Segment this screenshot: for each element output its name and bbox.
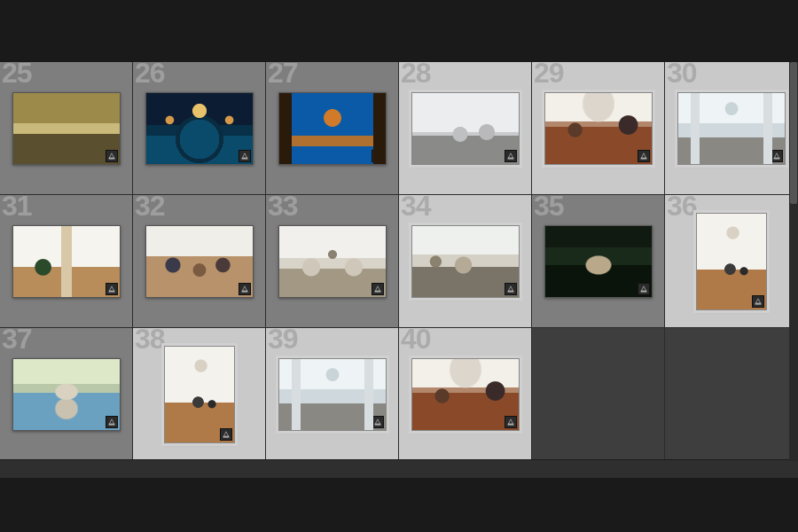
develop-adjust-icon bbox=[106, 416, 118, 428]
photo-thumbnail[interactable] bbox=[12, 225, 121, 298]
develop-adjust-icon bbox=[752, 295, 764, 308]
develop-adjust-icon bbox=[106, 283, 118, 295]
cell-index-label: 29 bbox=[534, 59, 564, 87]
photo-thumbnail[interactable] bbox=[164, 346, 235, 443]
photo-thumbnail[interactable] bbox=[411, 92, 520, 165]
develop-adjust-icon bbox=[372, 416, 384, 428]
develop-adjust-icon bbox=[505, 150, 517, 162]
empty-cell bbox=[532, 328, 665, 461]
photo-thumbnail[interactable] bbox=[278, 225, 387, 298]
svg-rect-13 bbox=[223, 435, 228, 437]
photo-thumbnail[interactable] bbox=[411, 225, 520, 298]
photo-thumbnail[interactable] bbox=[544, 92, 653, 165]
thumbnail-cell[interactable]: 25 bbox=[0, 62, 133, 195]
empty-cell bbox=[665, 328, 798, 461]
thumbnail-cell[interactable]: 37 bbox=[0, 328, 133, 461]
cell-index-label: 27 bbox=[268, 59, 298, 87]
cell-index-label: 36 bbox=[667, 192, 697, 220]
photo-thumbnail[interactable] bbox=[12, 92, 121, 165]
photo-thumbnail[interactable] bbox=[544, 225, 653, 298]
thumbnail-cell[interactable]: 28 bbox=[399, 62, 532, 195]
thumbnail-cell[interactable]: 31 bbox=[0, 195, 133, 328]
cell-index-label: 38 bbox=[135, 325, 165, 353]
develop-adjust-icon bbox=[505, 416, 517, 428]
thumbnail-cell[interactable]: 36 bbox=[665, 195, 798, 328]
cell-index-label: 39 bbox=[268, 325, 298, 353]
photo-thumbnail[interactable] bbox=[677, 92, 786, 165]
thumbnail-cell[interactable]: 40 bbox=[399, 328, 532, 461]
svg-rect-6 bbox=[108, 290, 113, 292]
thumbnail-cell[interactable]: 33 bbox=[266, 195, 399, 328]
svg-rect-7 bbox=[241, 290, 246, 292]
develop-adjust-icon bbox=[638, 283, 650, 295]
photo-thumbnail[interactable] bbox=[145, 225, 254, 298]
cell-index-label: 26 bbox=[135, 59, 165, 87]
svg-rect-1 bbox=[241, 157, 246, 159]
cell-index-label: 28 bbox=[401, 59, 431, 87]
svg-rect-12 bbox=[108, 423, 113, 425]
thumbnail-cell[interactable]: 38 bbox=[133, 328, 266, 461]
cell-index-label: 34 bbox=[401, 192, 431, 220]
thumbnail-cell[interactable]: 29 bbox=[532, 62, 665, 195]
svg-rect-11 bbox=[755, 302, 760, 304]
svg-rect-8 bbox=[374, 290, 379, 292]
svg-rect-9 bbox=[507, 290, 512, 292]
thumbnail-grid[interactable]: 25262728293031323334353637383940 bbox=[0, 62, 798, 461]
cell-index-label: 32 bbox=[135, 192, 165, 220]
svg-rect-0 bbox=[108, 157, 113, 159]
svg-rect-15 bbox=[507, 423, 512, 425]
cell-index-label: 35 bbox=[534, 192, 564, 220]
photo-thumbnail[interactable] bbox=[278, 92, 387, 165]
develop-adjust-icon bbox=[505, 283, 517, 295]
thumbnail-cell[interactable]: 32 bbox=[133, 195, 266, 328]
thumbnail-cell[interactable]: 34 bbox=[399, 195, 532, 328]
cell-index-label: 37 bbox=[2, 325, 32, 353]
develop-adjust-icon bbox=[771, 150, 783, 162]
scrollbar-handle[interactable] bbox=[790, 62, 797, 204]
develop-adjust-icon bbox=[239, 283, 251, 295]
thumbnail-cell[interactable]: 39 bbox=[266, 328, 399, 461]
grid-scrollbar[interactable] bbox=[789, 62, 798, 461]
photo-thumbnail[interactable] bbox=[278, 358, 387, 431]
svg-rect-3 bbox=[507, 157, 512, 159]
svg-rect-4 bbox=[640, 157, 645, 159]
panel-divider[interactable] bbox=[0, 459, 798, 479]
photo-thumbnail[interactable] bbox=[411, 358, 520, 431]
svg-rect-2 bbox=[374, 157, 379, 159]
svg-rect-10 bbox=[640, 290, 645, 292]
thumbnail-cell[interactable]: 27 bbox=[266, 62, 399, 195]
svg-rect-5 bbox=[773, 157, 778, 159]
photo-thumbnail[interactable] bbox=[145, 92, 254, 165]
svg-rect-14 bbox=[374, 423, 379, 425]
develop-adjust-icon bbox=[239, 150, 251, 162]
cell-index-label: 30 bbox=[667, 59, 697, 87]
develop-adjust-icon bbox=[372, 150, 384, 162]
cell-index-label: 25 bbox=[2, 59, 32, 87]
cell-index-label: 40 bbox=[401, 325, 431, 353]
cell-index-label: 33 bbox=[268, 192, 298, 220]
develop-adjust-icon bbox=[638, 150, 650, 162]
thumbnail-cell[interactable]: 26 bbox=[133, 62, 266, 195]
develop-adjust-icon bbox=[372, 283, 384, 295]
cell-index-label: 31 bbox=[2, 192, 32, 220]
photo-thumbnail[interactable] bbox=[12, 358, 121, 431]
thumbnail-cell[interactable]: 30 bbox=[665, 62, 798, 195]
develop-adjust-icon bbox=[220, 428, 232, 441]
photo-thumbnail[interactable] bbox=[696, 213, 767, 310]
thumbnail-cell[interactable]: 35 bbox=[532, 195, 665, 328]
develop-adjust-icon bbox=[106, 150, 118, 162]
